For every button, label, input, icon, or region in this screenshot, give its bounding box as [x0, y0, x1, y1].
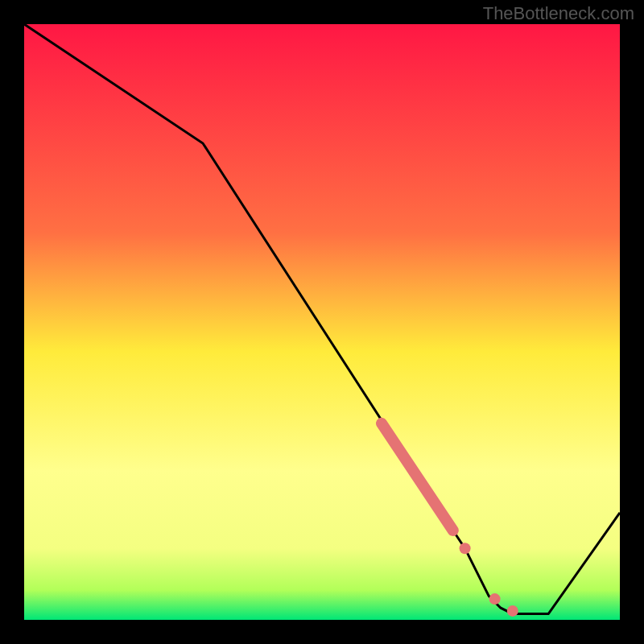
highlight-dot — [460, 543, 471, 554]
highlight-dot — [507, 605, 518, 617]
chart-container: TheBottleneck.com — [0, 0, 644, 644]
highlight-dot — [489, 593, 501, 605]
watermark-text: TheBottleneck.com — [483, 3, 634, 24]
plot-background — [24, 24, 620, 620]
bottleneck-chart — [0, 0, 644, 644]
